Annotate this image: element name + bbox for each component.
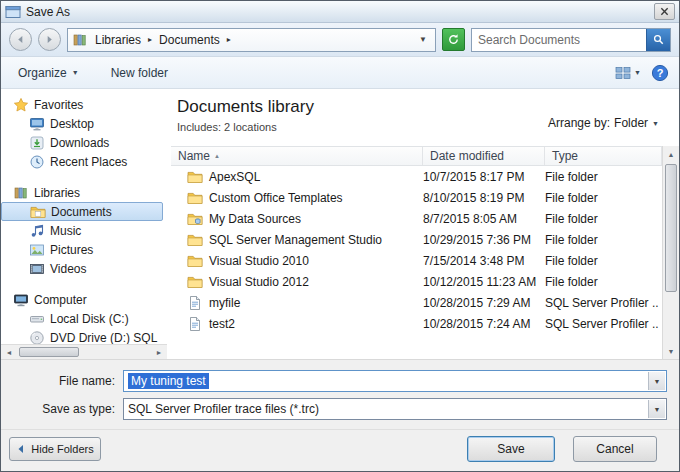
sidebar-item-libraries[interactable]: Libraries bbox=[1, 183, 167, 202]
table-row[interactable]: My Data Sources8/7/2015 8:05 AMFile fold… bbox=[171, 208, 662, 229]
table-row[interactable]: test210/28/2015 7:24 AMSQL Server Profil… bbox=[171, 313, 662, 334]
column-header-type[interactable]: Type bbox=[545, 147, 662, 165]
window-title: Save As bbox=[26, 5, 654, 19]
column-header-label: Name bbox=[178, 149, 210, 163]
address-dropdown-icon[interactable]: ▼ bbox=[415, 35, 431, 44]
folder-icon bbox=[187, 232, 203, 248]
search-input[interactable]: Search Documents bbox=[472, 33, 646, 47]
sidebar-item-label: Videos bbox=[50, 262, 86, 276]
scroll-up-button[interactable]: ▲ bbox=[663, 146, 679, 162]
titlebar: Save As bbox=[1, 1, 679, 23]
content-area: FavoritesDesktopDownloadsRecent PlacesLi… bbox=[1, 89, 679, 359]
sidebar-item-desktop[interactable]: Desktop bbox=[1, 114, 167, 133]
sort-ascending-icon: ▲ bbox=[214, 153, 220, 159]
file-type: SQL Server Profiler .. bbox=[545, 296, 662, 310]
save-button[interactable]: Save bbox=[467, 436, 555, 462]
table-row[interactable]: Visual Studio 201210/12/2015 11:23 AMFil… bbox=[171, 271, 662, 292]
sidebar-item-music[interactable]: Music bbox=[1, 221, 167, 240]
scrollbar-thumb[interactable] bbox=[19, 347, 79, 357]
table-row[interactable]: Custom Office Templates8/10/2015 8:19 PM… bbox=[171, 187, 662, 208]
help-button[interactable]: ? bbox=[651, 64, 669, 82]
organize-button[interactable]: Organize ▼ bbox=[11, 62, 86, 84]
library-title: Documents library bbox=[177, 97, 314, 117]
scroll-left-button[interactable]: ◄ bbox=[1, 345, 17, 359]
scrollbar-track[interactable] bbox=[17, 345, 151, 359]
new-folder-label: New folder bbox=[111, 66, 168, 80]
hide-folders-icon bbox=[16, 444, 26, 454]
save-as-type-value: SQL Server Profiler trace files (*.trc) bbox=[128, 402, 319, 416]
sidebar-item-documents[interactable]: Documents bbox=[1, 202, 163, 221]
file-name-dropdown-icon[interactable]: ▼ bbox=[648, 372, 665, 390]
sidebar-item-computer[interactable]: Computer bbox=[1, 290, 167, 309]
new-folder-button[interactable]: New folder bbox=[104, 62, 175, 84]
file-type: File folder bbox=[545, 212, 662, 226]
sidebar-item-recent-places[interactable]: Recent Places bbox=[1, 152, 167, 171]
file-name: test2 bbox=[209, 317, 235, 331]
scroll-right-button[interactable]: ► bbox=[151, 345, 167, 359]
scrollbar-thumb[interactable] bbox=[665, 164, 677, 292]
views-icon bbox=[615, 65, 631, 81]
desktop-icon bbox=[29, 116, 45, 132]
location-icon bbox=[72, 32, 88, 48]
breadcrumb-chevron-icon[interactable]: ▸ bbox=[227, 35, 231, 44]
refresh-button[interactable] bbox=[442, 28, 465, 51]
save-as-type-select[interactable]: SQL Server Profiler trace files (*.trc) … bbox=[123, 398, 667, 420]
file-name: Custom Office Templates bbox=[209, 191, 343, 205]
file-name: Visual Studio 2012 bbox=[209, 275, 309, 289]
libraries-icon bbox=[13, 185, 29, 201]
search-button[interactable] bbox=[646, 29, 670, 51]
hide-folders-button[interactable]: Hide Folders bbox=[9, 437, 101, 461]
dialog-icon bbox=[5, 4, 21, 20]
sidebar-item-label: Documents bbox=[51, 205, 112, 219]
breadcrumb[interactable]: Libraries ▸ Documents ▸ ▼ bbox=[67, 28, 436, 52]
column-header-name[interactable]: Name▲ bbox=[171, 147, 423, 165]
close-icon bbox=[660, 7, 669, 16]
sidebar-item-local-disk-c[interactable]: Local Disk (C:) bbox=[1, 309, 167, 328]
sidebar-horizontal-scrollbar[interactable]: ◄ ► bbox=[1, 344, 167, 359]
videos-icon bbox=[29, 261, 45, 277]
file-type: File folder bbox=[545, 254, 662, 268]
views-button[interactable]: ▼ bbox=[615, 65, 641, 81]
back-button[interactable] bbox=[9, 28, 32, 51]
folder-icon bbox=[187, 253, 203, 269]
star-icon bbox=[13, 97, 29, 113]
file-name-label: File name: bbox=[3, 374, 123, 388]
table-row[interactable]: SQL Server Management Studio10/29/2015 7… bbox=[171, 229, 662, 250]
file-date-modified: 7/15/2014 3:48 PM bbox=[423, 254, 545, 268]
search-box[interactable]: Search Documents bbox=[471, 28, 671, 52]
sidebar-item-label: Libraries bbox=[34, 186, 80, 200]
file-date-modified: 10/28/2015 7:24 AM bbox=[423, 317, 545, 331]
cancel-button[interactable]: Cancel bbox=[573, 436, 657, 462]
navigation-bar: Libraries ▸ Documents ▸ ▼ Search Documen… bbox=[1, 23, 679, 57]
breadcrumb-segment-libraries[interactable]: Libraries bbox=[91, 32, 145, 48]
dialog-footer: File name: My tuning test ▼ Save as type… bbox=[1, 359, 679, 471]
table-row[interactable]: ApexSQL10/7/2015 8:17 PMFile folder bbox=[171, 166, 662, 187]
arrange-by-button[interactable]: Arrange by: Folder ▼ bbox=[548, 113, 659, 133]
chevron-down-icon: ▼ bbox=[652, 120, 659, 127]
column-header-label: Type bbox=[552, 149, 578, 163]
file-name-input[interactable]: My tuning test ▼ bbox=[123, 370, 667, 392]
sidebar-item-videos[interactable]: Videos bbox=[1, 259, 167, 278]
table-row[interactable]: Visual Studio 20107/15/2014 3:48 PMFile … bbox=[171, 250, 662, 271]
disk-icon bbox=[29, 311, 45, 327]
library-subtitle: Includes: 2 locations bbox=[177, 121, 314, 133]
data-folder-icon bbox=[187, 211, 203, 227]
file-date-modified: 10/28/2015 7:29 AM bbox=[423, 296, 545, 310]
save-as-type-dropdown-icon[interactable]: ▼ bbox=[648, 400, 665, 418]
close-button[interactable] bbox=[654, 3, 675, 20]
recent-icon bbox=[29, 154, 45, 170]
sidebar-item-downloads[interactable]: Downloads bbox=[1, 133, 167, 152]
table-row[interactable]: myfile10/28/2015 7:29 AMSQL Server Profi… bbox=[171, 292, 662, 313]
forward-button[interactable] bbox=[38, 28, 61, 51]
sidebar-item-favorites[interactable]: Favorites bbox=[1, 95, 167, 114]
file-date-modified: 10/12/2015 11:23 AM bbox=[423, 275, 545, 289]
file-date-modified: 10/29/2015 7:36 PM bbox=[423, 233, 545, 247]
sidebar-item-pictures[interactable]: Pictures bbox=[1, 240, 167, 259]
file-type: File folder bbox=[545, 275, 662, 289]
scroll-down-button[interactable]: ▼ bbox=[663, 343, 679, 359]
column-header-date-modified[interactable]: Date modified bbox=[423, 147, 545, 165]
breadcrumb-segment-documents[interactable]: Documents bbox=[155, 32, 224, 48]
file-list-scrollbar[interactable]: ▲ ▼ bbox=[662, 146, 679, 359]
file-name: Visual Studio 2010 bbox=[209, 254, 309, 268]
breadcrumb-chevron-icon[interactable]: ▸ bbox=[148, 35, 152, 44]
